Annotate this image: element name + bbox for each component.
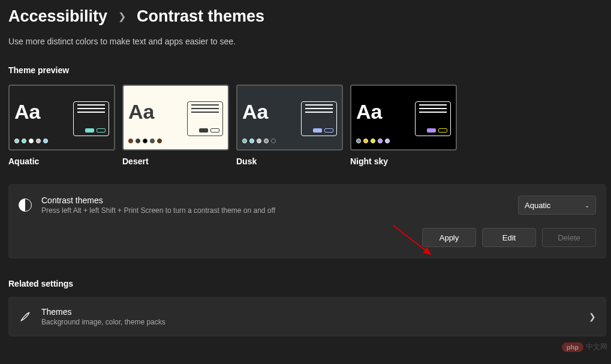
sample-text: Aa [14,100,40,124]
theme-label: Dusk [236,157,343,166]
brush-icon [19,310,32,323]
related-settings-label: Related settings [0,258,611,288]
theme-desert[interactable]: Aa Desert [122,85,229,166]
contrast-icon [19,198,32,212]
breadcrumb: Accessibility ❯ Contrast themes [0,0,611,26]
watermark-text: 中文网 [586,342,607,352]
theme-dusk[interactable]: Aa Dusk [236,85,343,166]
watermark: php 中文网 [562,342,607,352]
theme-label: Desert [122,157,229,166]
chevron-down-icon: ⌄ [585,202,589,209]
page-subtitle: Use more distinct colors to make text an… [0,26,611,46]
breadcrumb-parent-link[interactable]: Accessibility [8,7,107,26]
dropdown-value: Aquatic [525,201,550,210]
watermark-badge: php [562,342,583,352]
theme-dropdown[interactable]: Aquatic ⌄ [518,195,596,215]
theme-label: Aquatic [8,157,115,166]
delete-button: Delete [542,228,596,247]
panel-subtitle: Press left Alt + left Shift + Print Scre… [41,206,508,215]
sample-text: Aa [356,100,382,124]
sample-text: Aa [242,100,268,124]
theme-preview-label: Theme preview [0,46,611,75]
chevron-right-icon: ❯ [589,312,596,321]
related-subtitle: Background image, color, theme packs [41,318,579,326]
theme-label: Night sky [350,157,457,166]
page-title: Contrast themes [137,7,264,26]
panel-title: Contrast themes [41,195,508,205]
related-title: Themes [41,307,579,317]
theme-preview-row: Aa Aquatic Aa Desert Aa [0,75,611,166]
sample-text: Aa [128,100,154,124]
chevron-right-icon: ❯ [118,11,126,22]
mini-window-icon [73,101,109,136]
themes-link-panel[interactable]: Themes Background image, color, theme pa… [8,297,606,336]
contrast-theme-panel: Contrast themes Press left Alt + left Sh… [8,184,606,258]
color-dots [128,139,162,143]
color-dots [242,139,276,143]
mini-window-icon [415,101,451,136]
mini-window-icon [187,101,223,136]
apply-button[interactable]: Apply [422,228,476,247]
edit-button[interactable]: Edit [482,228,536,247]
theme-night-sky[interactable]: Aa Night sky [350,85,457,166]
mini-window-icon [301,101,337,136]
color-dots [356,139,390,143]
theme-aquatic[interactable]: Aa Aquatic [8,85,115,166]
color-dots [14,139,48,143]
